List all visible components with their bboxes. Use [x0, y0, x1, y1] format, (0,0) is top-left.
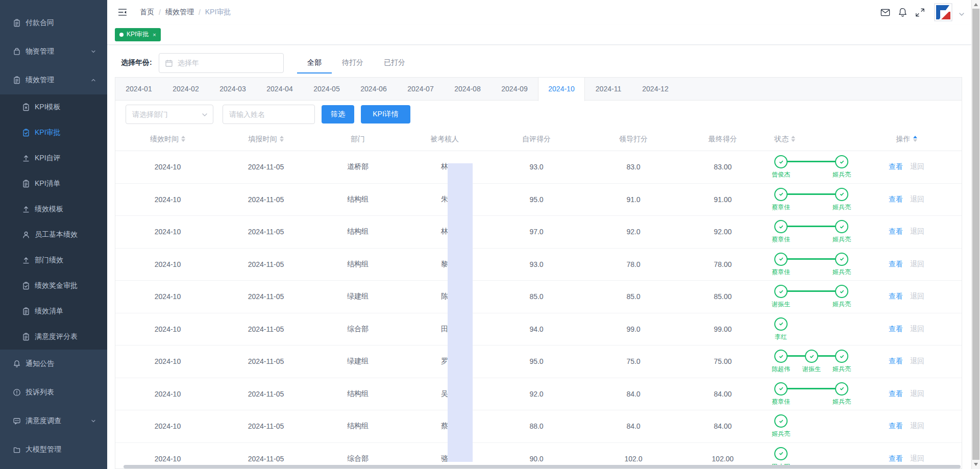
breadcrumb-item[interactable]: 首页: [140, 8, 154, 17]
month-tab-2024-07[interactable]: 2024-07: [397, 78, 444, 100]
view-link[interactable]: 查看: [889, 325, 903, 333]
year-input[interactable]: [178, 54, 280, 72]
month-tab-2024-01[interactable]: 2024-01: [115, 78, 162, 100]
month-tab-2024-08[interactable]: 2024-08: [444, 78, 491, 100]
vertical-scrollbar[interactable]: [971, 0, 980, 469]
sidebar-item-大模型管理[interactable]: 大模型管理: [0, 435, 107, 464]
return-link[interactable]: 退回: [910, 357, 924, 365]
column-header-操作[interactable]: 操作: [876, 135, 937, 144]
open-page-tag[interactable]: KPI审批 ×: [115, 28, 161, 41]
sidebar-item-部门绩效[interactable]: 部门绩效: [0, 248, 107, 273]
scroll-up-arrow-icon[interactable]: [974, 3, 978, 6]
return-link[interactable]: 退回: [910, 389, 924, 398]
tab-已打分[interactable]: 已打分: [374, 53, 415, 73]
return-link[interactable]: 退回: [910, 325, 924, 333]
return-link[interactable]: 退回: [910, 162, 924, 170]
status-node: 田小阳: [774, 447, 788, 460]
sort-caret-icon[interactable]: [791, 136, 795, 142]
return-link[interactable]: 退回: [910, 195, 924, 203]
view-link[interactable]: 查看: [889, 389, 903, 398]
sidebar-item-绩效管理[interactable]: 绩效管理: [0, 66, 107, 94]
month-tab-2024-12[interactable]: 2024-12: [632, 78, 679, 100]
month-tab-2024-11[interactable]: 2024-11: [585, 78, 632, 100]
month-tab-2024-02[interactable]: 2024-02: [162, 78, 209, 100]
view-link[interactable]: 查看: [889, 260, 903, 268]
calendar-icon: [165, 59, 173, 67]
name-search-input[interactable]: [229, 105, 308, 124]
view-link[interactable]: 查看: [889, 292, 903, 300]
sidebar-item-label: 付款合同: [26, 18, 54, 28]
fullscreen-icon[interactable]: [915, 7, 925, 18]
sort-caret-icon[interactable]: [913, 136, 917, 142]
sidebar-item-label: 投诉列表: [26, 388, 54, 397]
view-link[interactable]: 查看: [889, 162, 903, 170]
check-circle-icon: [774, 447, 788, 460]
return-link[interactable]: 退回: [910, 422, 924, 430]
view-link[interactable]: 查看: [889, 227, 903, 235]
mail-icon[interactable]: [880, 7, 891, 18]
sidebar-item-通知公告[interactable]: 通知公告: [0, 350, 107, 378]
month-tab-2024-06[interactable]: 2024-06: [350, 78, 397, 100]
sidebar-item-物资管理[interactable]: 物资管理: [0, 37, 107, 66]
sidebar-item-label: 部门绩效: [35, 256, 63, 265]
sort-caret-icon[interactable]: [280, 136, 284, 142]
approver-name: 姬兵亮: [832, 203, 851, 212]
status-node: 蔡章佳: [774, 382, 788, 396]
view-link[interactable]: 查看: [889, 454, 903, 462]
filter-button[interactable]: 筛选: [322, 105, 354, 124]
sidebar-item-付款合同[interactable]: 付款合同: [0, 9, 107, 37]
column-header-状态[interactable]: 状态: [766, 135, 876, 144]
breadcrumb-item[interactable]: 绩效管理: [165, 8, 194, 17]
bell-icon[interactable]: [897, 7, 908, 18]
sidebar-item-KPI自评[interactable]: KPI自评: [0, 145, 107, 171]
cell-leader-score: 85.0: [587, 292, 679, 301]
view-link[interactable]: 查看: [889, 195, 903, 203]
sidebar-collapse-icon[interactable]: [117, 7, 128, 17]
horizontal-scrollbar-thumb[interactable]: [124, 465, 961, 468]
check-circle-icon: [835, 382, 848, 396]
view-link[interactable]: 查看: [889, 422, 903, 430]
sidebar-item-投诉列表[interactable]: 投诉列表: [0, 378, 107, 407]
sidebar-item-KPI清单[interactable]: KPI清单: [0, 171, 107, 196]
sidebar-menu: 付款合同 物资管理 绩效管理 KPI模板 KPI审批 KPI自评 KPI清单 绩…: [0, 9, 107, 464]
vertical-scrollbar-thumb[interactable]: [972, 9, 979, 460]
status-connector: [781, 290, 842, 292]
year-picker[interactable]: [159, 53, 284, 73]
month-tab-2024-04[interactable]: 2024-04: [256, 78, 303, 100]
month-tab-2024-09[interactable]: 2024-09: [491, 78, 538, 100]
return-link[interactable]: 退回: [910, 227, 924, 235]
column-header-绩效时间[interactable]: 绩效时间: [115, 135, 220, 144]
return-link[interactable]: 退回: [910, 292, 924, 300]
department-select-input[interactable]: [132, 105, 199, 124]
month-tab-2024-05[interactable]: 2024-05: [303, 78, 350, 100]
sidebar-item-绩效模板[interactable]: 绩效模板: [0, 196, 107, 222]
sidebar-item-员工基本绩效[interactable]: 员工基本绩效: [0, 222, 107, 248]
kpi-detail-button[interactable]: KPI详情: [361, 105, 410, 124]
tag-close-icon[interactable]: ×: [153, 32, 156, 38]
sidebar-item-KPI模板[interactable]: KPI模板: [0, 94, 107, 120]
sidebar-item-满意度调查[interactable]: 满意度调查: [0, 407, 107, 435]
sort-caret-icon[interactable]: [181, 136, 185, 142]
company-logo[interactable]: [934, 3, 952, 21]
return-link[interactable]: 退回: [910, 454, 924, 462]
column-header-填报时间[interactable]: 填报时间: [220, 135, 312, 144]
cell-period: 2024-10: [115, 163, 220, 171]
sidebar-item-满意度评分表[interactable]: 满意度评分表: [0, 324, 107, 350]
user-menu-caret-icon[interactable]: [959, 13, 964, 16]
sidebar-item-绩效清单[interactable]: 绩效清单: [0, 299, 107, 324]
sidebar-item-绩效奖金审批[interactable]: 绩效奖金审批: [0, 273, 107, 299]
month-tab-2024-03[interactable]: 2024-03: [209, 78, 256, 100]
view-link[interactable]: 查看: [889, 357, 903, 365]
return-link[interactable]: 退回: [910, 260, 924, 268]
tab-待打分[interactable]: 待打分: [332, 53, 374, 73]
month-tab-2024-10[interactable]: 2024-10: [538, 78, 585, 101]
check-circle-icon: [774, 155, 788, 168]
cell-person: 骆: [404, 454, 485, 463]
sidebar-item-KPI审批[interactable]: KPI审批: [0, 120, 107, 145]
department-select[interactable]: [126, 105, 213, 124]
status-node: 曾俊杰: [774, 155, 788, 168]
check-circle-icon: [835, 220, 848, 233]
tab-全部[interactable]: 全部: [297, 53, 332, 73]
scroll-down-arrow-icon[interactable]: [974, 463, 978, 466]
cell-department: 结构组: [312, 195, 404, 204]
